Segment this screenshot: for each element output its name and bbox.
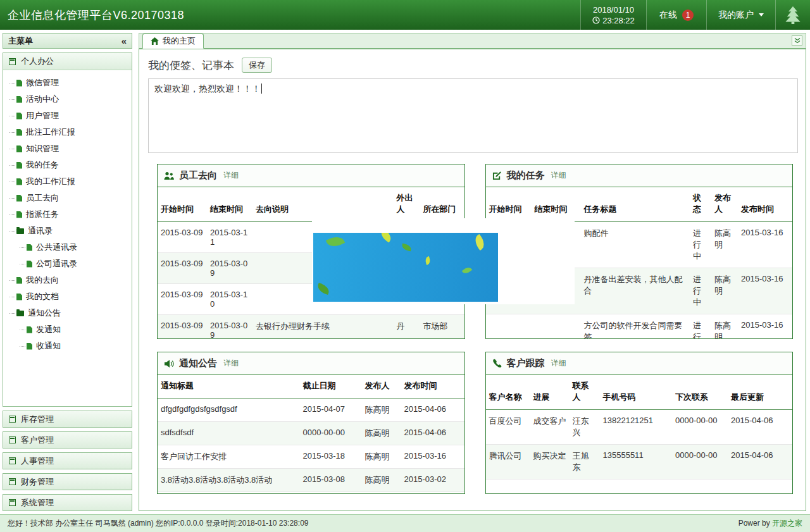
notices-table: 通知标题 截止日期 发布人 发布时间 dfgdfgdfgdsfgsdfgsdf2… — [158, 375, 464, 492]
sidebar-item-my-whereabouts[interactable]: 我的去向 — [7, 272, 130, 288]
cell: 2015-03-09 — [158, 222, 207, 253]
item-label: 知识管理 — [26, 143, 59, 154]
ad-banner-image[interactable] — [313, 233, 498, 302]
column-header: 下次联系 — [672, 375, 728, 410]
sidebar-section-inventory[interactable]: 库存管理 — [3, 411, 132, 428]
sidebar-folder-contacts[interactable]: 通讯录 — [7, 223, 130, 239]
cell: 2015-03-16 — [738, 314, 792, 340]
window-icon — [9, 58, 16, 65]
cell: 陈高明 — [711, 314, 738, 340]
notes-textarea[interactable]: 欢迎欢迎，热烈欢迎！！！ — [148, 78, 798, 153]
account-label: 我的账户 — [718, 9, 754, 21]
column-header: 客户名称 — [486, 375, 530, 410]
sidebar-item-receive-notice[interactable]: 收通知 — [7, 338, 130, 354]
document-icon — [16, 129, 22, 136]
datetime-block: 2018/01/10 23:28:22 — [580, 0, 646, 30]
cell: 客户回访工作安排 — [158, 445, 300, 469]
online-users-button[interactable]: 在线 1 — [646, 0, 706, 30]
document-icon — [16, 80, 22, 87]
cell: 去银行办理财务手续 — [252, 315, 394, 340]
item-label: 活动中心 — [26, 94, 59, 105]
item-label: 公司通讯录 — [36, 258, 77, 269]
cell: 市场部 — [420, 315, 464, 340]
my-account-menu[interactable]: 我的账户 — [706, 0, 775, 30]
column-header: 截止日期 — [300, 375, 362, 399]
cell: 陈高明 — [711, 222, 738, 268]
document-icon — [16, 277, 22, 284]
customers-detail-link[interactable]: 详细 — [551, 358, 566, 369]
cell: 丹 — [394, 315, 420, 340]
table-row: 方公司的软件开发合同需要签进行中陈高明2015-03-16 — [486, 314, 793, 340]
sidebar-item-knowledge[interactable]: 知识管理 — [7, 140, 130, 157]
chevron-down-icon — [759, 13, 764, 16]
header-row: 通知标题 截止日期 发布人 发布时间 — [158, 375, 464, 399]
sidebar-section-hr[interactable]: 人事管理 — [3, 452, 132, 469]
document-icon — [27, 343, 32, 350]
section-label: 系统管理 — [21, 497, 54, 509]
sidebar-folder-notices[interactable]: 通知公告 — [7, 305, 130, 321]
sidebar-section-header-personal[interactable]: 个人办公 — [3, 53, 132, 70]
window-icon — [9, 436, 16, 443]
sidebar-item-send-notice[interactable]: 发通知 — [7, 321, 130, 338]
table-row: 2015-03-092015-03-09去银行办理财务手续丹市场部 — [158, 315, 464, 340]
sidebar-item-my-reports[interactable]: 我的工作汇报 — [7, 173, 130, 190]
header-row: 开始时间 结束时间 去向说明 外出人 所在部门 — [158, 187, 464, 222]
cell: 2015-03-16 — [401, 445, 464, 469]
tab-home[interactable]: 我的主页 — [142, 34, 204, 49]
tasks-detail-link[interactable]: 详细 — [551, 170, 566, 181]
whereabouts-detail-link[interactable]: 详细 — [223, 170, 239, 181]
cell: 13822121251 — [600, 410, 673, 445]
notices-detail-link[interactable]: 详细 — [223, 358, 239, 369]
cell — [486, 314, 532, 340]
cell: 2015-03-09 — [207, 253, 252, 284]
power-by-link[interactable]: 开源之家 — [772, 519, 802, 528]
document-icon — [27, 326, 32, 333]
sidebar-item-company-contacts[interactable]: 公司通讯录 — [7, 256, 130, 272]
cell — [532, 314, 581, 340]
footer-user-info: 您好！技术部 办公室主任 司马飘然 (admin) 您的IP:0.0.0.0 登… — [8, 518, 308, 529]
sidebar-item-wechat[interactable]: 微信管理 — [7, 75, 130, 91]
sidebar-item-assign-task[interactable]: 指派任务 — [7, 206, 130, 223]
cell: 2015-04-06 — [401, 422, 464, 445]
dashboard-panels: 员工去向 详细 开始时间 结束时间 去向说明 外出人 所在部门 — [148, 164, 798, 494]
leaf-decoration — [378, 233, 394, 243]
item-label: 我的工作汇报 — [26, 176, 75, 187]
column-header: 发布人 — [362, 375, 401, 399]
cell: 方公司的软件开发合同需要签 — [581, 314, 690, 340]
cell: 2015-03-08 — [300, 469, 362, 492]
column-header: 结束时间 — [532, 187, 581, 222]
collapse-sidebar-icon[interactable]: « — [122, 36, 127, 46]
clock-icon — [592, 16, 600, 24]
cell: 2015-03-10 — [207, 284, 252, 315]
section-label: 财务管理 — [21, 476, 54, 488]
sidebar-section-finance[interactable]: 财务管理 — [3, 473, 132, 490]
footer-credit: Power by 开源之家 — [738, 518, 802, 529]
panel-notices: 通知公告 详细 通知标题 截止日期 发布人 发布时间 — [157, 352, 465, 494]
sidebar-item-users[interactable]: 用户管理 — [7, 108, 130, 124]
collapse-tabs-button[interactable] — [792, 35, 802, 46]
window-icon — [9, 416, 16, 423]
cell: 进行中 — [690, 268, 711, 314]
speaker-icon — [164, 359, 174, 368]
sidebar-item-public-contacts[interactable]: 公共通讯录 — [7, 239, 130, 256]
sidebar-section-customers[interactable]: 客户管理 — [3, 431, 132, 448]
sidebar-section-system[interactable]: 系统管理 — [3, 494, 132, 511]
section-label: 个人办公 — [21, 56, 54, 67]
theme-tree-button[interactable] — [775, 0, 810, 30]
status-bar: 您好！技术部 办公室主任 司马飘然 (admin) 您的IP:0.0.0.0 登… — [0, 514, 810, 532]
sidebar-item-activity[interactable]: 活动中心 — [7, 91, 130, 108]
tab-label: 我的主页 — [163, 35, 196, 47]
sidebar-item-my-tasks[interactable]: 我的任务 — [7, 157, 130, 173]
cell: 百度公司 — [486, 410, 530, 445]
header-time: 23:28:22 — [602, 16, 635, 25]
sidebar-item-report-review[interactable]: 批注工作汇报 — [7, 124, 130, 140]
column-header: 进展 — [530, 375, 570, 410]
window-icon — [9, 457, 16, 464]
sidebar-item-my-documents[interactable]: 我的文档 — [7, 288, 130, 305]
column-header: 最后更新 — [728, 375, 792, 410]
cell: 汪东兴 — [570, 410, 600, 445]
table-row: sdfsdfsdf0000-00-00陈高明2015-04-06 — [158, 422, 464, 445]
cell: 2015-04-06 — [401, 399, 464, 422]
sidebar-item-whereabouts[interactable]: 员工去向 — [7, 190, 130, 206]
save-button[interactable]: 保存 — [242, 58, 272, 73]
